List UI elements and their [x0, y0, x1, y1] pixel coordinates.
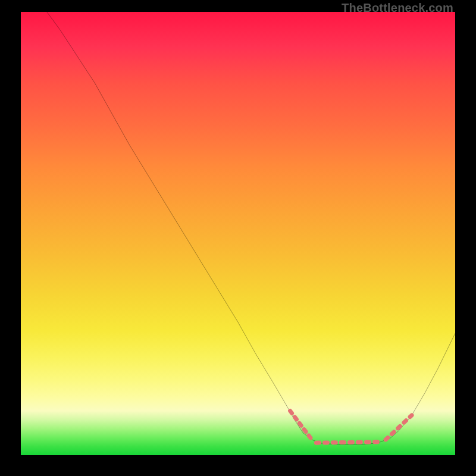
curve-main [47, 12, 455, 444]
plot-area [21, 12, 455, 455]
dash-segment-left [290, 411, 312, 440]
chart-svg [21, 12, 455, 455]
dash-segment-right [386, 415, 412, 440]
dash-segment-bottom [316, 442, 381, 443]
chart-frame: TheBottleneck.com [0, 0, 476, 476]
